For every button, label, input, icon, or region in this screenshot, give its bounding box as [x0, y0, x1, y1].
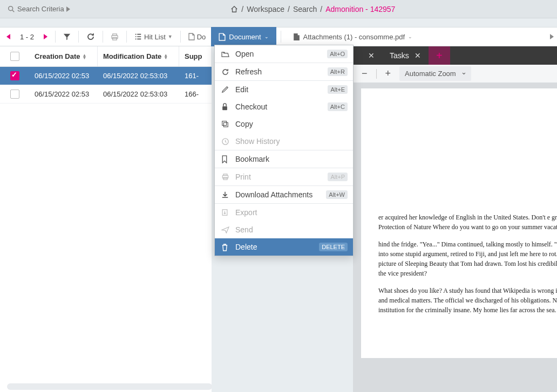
- breadcrumb-search[interactable]: Search: [293, 5, 317, 13]
- prev-page-button[interactable]: [3, 32, 13, 42]
- menu-export: Export: [215, 204, 353, 221]
- next-page-button[interactable]: [40, 32, 51, 42]
- file-icon: [219, 33, 226, 41]
- close-icon[interactable]: ✕: [415, 51, 421, 60]
- file-icon: [293, 33, 300, 41]
- sort-icon: ▲▼: [83, 54, 87, 59]
- svg-rect-15: [222, 121, 227, 126]
- search-criteria-label: Search Criteria: [17, 5, 64, 13]
- arrow-right-icon: [44, 34, 47, 39]
- attachments-button[interactable]: Attachments (1) - consomme.pdf ⌄: [286, 27, 420, 46]
- select-all-header[interactable]: [0, 52, 29, 61]
- menu-refresh[interactable]: Refresh Alt+R: [215, 63, 353, 80]
- home-icon[interactable]: [230, 5, 238, 13]
- chevron-down-icon: ⌄: [408, 34, 412, 39]
- menu-copy[interactable]: Copy: [215, 115, 353, 133]
- refresh-icon: [86, 32, 95, 41]
- copy-icon: [221, 120, 230, 128]
- toolbar-overflow-button[interactable]: [550, 34, 554, 39]
- close-icon[interactable]: ✕: [368, 51, 375, 60]
- menu-edit[interactable]: Edit Alt+E: [215, 81, 353, 98]
- filter-button[interactable]: [60, 31, 74, 43]
- print-button[interactable]: [107, 31, 122, 43]
- svg-rect-14: [222, 106, 227, 110]
- menu-bookmark[interactable]: Bookmark: [215, 150, 353, 168]
- add-tab-button[interactable]: +: [429, 46, 450, 65]
- export-icon: [221, 209, 230, 216]
- tab-tasks[interactable]: Tasks ✕: [382, 46, 429, 65]
- menu-checkout[interactable]: Checkout Alt+C: [215, 98, 353, 115]
- tab-label: Tasks: [390, 51, 409, 60]
- preview-panel: ✕ Tasks ✕ + − + Automatic Zoom ⋮: [353, 46, 557, 392]
- pager-text: 1 - 2: [17, 33, 37, 41]
- printer-icon: [111, 33, 119, 41]
- doc-paragraph: What shoes do you like? A study has foun…: [378, 286, 557, 315]
- document-viewer[interactable]: @ er acquired her knowledge of English i…: [353, 83, 557, 392]
- breadcrumb: / Workspace / Search / Admonition - 1429…: [73, 5, 553, 13]
- history-icon: [221, 137, 230, 146]
- menu-delete[interactable]: Delete DELETE: [215, 238, 353, 256]
- pager: 1 - 2: [3, 32, 51, 42]
- table-row[interactable]: 06/15/2022 02:53 06/15/2022 02:53:03 166…: [0, 85, 212, 104]
- table-row[interactable]: 06/15/2022 02:53 06/15/2022 02:53:03 161…: [0, 67, 212, 85]
- zoom-out-button[interactable]: −: [357, 66, 372, 81]
- attachments-label: Attachments (1) - consomme.pdf: [303, 33, 405, 41]
- hitlist-label: Hit List: [144, 33, 166, 41]
- doc-paragraph: hind the fridge. "Yea..." Dima continued…: [378, 239, 557, 278]
- svg-rect-16: [223, 122, 228, 127]
- refresh-icon: [221, 68, 230, 76]
- menu-print: Print Alt+P: [215, 168, 353, 185]
- result-grid: Creation Date▲▼ Modification Date▲▼ Supp…: [0, 46, 212, 392]
- grid-header: Creation Date▲▼ Modification Date▲▼ Supp: [0, 46, 212, 67]
- download-icon: [221, 191, 230, 198]
- chevron-down-icon: ▼: [168, 34, 173, 39]
- menu-history: Show History: [215, 133, 353, 150]
- zoom-in-button[interactable]: +: [381, 66, 396, 81]
- doc-paragraph: er acquired her knowledge of English in …: [378, 212, 557, 232]
- col-supp[interactable]: Supp: [179, 46, 212, 66]
- pencil-icon: [221, 86, 230, 93]
- sort-icon: ▲▼: [164, 54, 168, 59]
- menu-download[interactable]: Download Attachments Alt+W: [215, 186, 353, 203]
- document-dropdown: Open Alt+O Refresh Alt+R Edit Alt+E Chec…: [214, 45, 354, 256]
- viewer-toolbar: − + Automatic Zoom ⋮: [353, 65, 557, 83]
- document-menu-button[interactable]: Document ⌄: [211, 27, 276, 46]
- tab-bar: ✕ Tasks ✕ +: [353, 46, 557, 65]
- file-icon: [188, 33, 195, 40]
- lock-icon: [221, 103, 230, 111]
- folder-open-icon: [221, 51, 230, 58]
- plus-icon: +: [436, 50, 443, 62]
- zoom-select[interactable]: Automatic Zoom: [399, 66, 471, 81]
- hitlist-button[interactable]: Hit List ▼: [131, 31, 176, 43]
- menu-send: Send: [215, 221, 353, 238]
- arrow-left-icon: [6, 34, 10, 39]
- checkbox-icon[interactable]: [10, 90, 19, 99]
- doc-partial-button[interactable]: Do: [185, 31, 209, 43]
- chevron-down-icon: ⌄: [264, 34, 269, 39]
- list-icon: [134, 33, 142, 40]
- trash-icon: [221, 243, 230, 251]
- col-modification-date[interactable]: Modification Date▲▼: [98, 46, 179, 66]
- pdf-page: @ er acquired her knowledge of English i…: [361, 88, 557, 358]
- search-criteria-button[interactable]: Search Criteria: [4, 3, 73, 15]
- toolbar: 1 - 2 Hit List ▼ Do Document ⌄ Attachmen…: [0, 27, 557, 46]
- chevron-right-icon: [66, 6, 70, 12]
- refresh-button[interactable]: [83, 30, 98, 43]
- filter-icon: [63, 33, 71, 40]
- document-menu-label: Document: [229, 33, 261, 41]
- checkbox-icon: [10, 52, 19, 61]
- breadcrumb-workspace[interactable]: Workspace: [247, 5, 284, 13]
- col-creation-date[interactable]: Creation Date▲▼: [29, 46, 98, 66]
- checkbox-icon[interactable]: [10, 71, 19, 80]
- top-bar: Search Criteria / Workspace / Search / A…: [0, 0, 557, 18]
- tab-unnamed[interactable]: ✕: [353, 46, 382, 65]
- breadcrumb-current: Admonition - 142957: [325, 5, 395, 13]
- send-icon: [221, 226, 230, 233]
- horizontal-scrollbar[interactable]: [7, 383, 212, 390]
- printer-icon: [221, 173, 230, 181]
- doc-partial-label: Do: [197, 33, 206, 41]
- menu-open[interactable]: Open Alt+O: [215, 45, 353, 63]
- search-icon: [8, 5, 15, 13]
- bookmark-icon: [221, 155, 230, 163]
- svg-line-1: [12, 10, 15, 12]
